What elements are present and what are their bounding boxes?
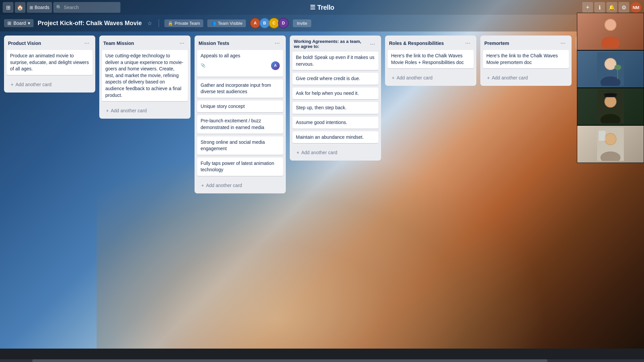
column-menu-button[interactable]: ··· xyxy=(177,39,186,47)
video-tile-4[interactable] xyxy=(577,125,644,163)
boards-icon: ⊞ xyxy=(30,5,33,10)
card-text: Ask for help when you need it. xyxy=(296,90,359,96)
svg-rect-19 xyxy=(599,131,605,141)
column-menu-button[interactable]: ··· xyxy=(368,40,377,48)
board-label: Board xyxy=(13,20,26,26)
column-title: Team Mission xyxy=(103,41,134,46)
card[interactable]: Unique story concept xyxy=(197,101,283,113)
invite-button[interactable]: Invite xyxy=(293,19,311,27)
column-header: Mission Tests ··· xyxy=(195,36,286,50)
card-text: Be bold! Speak up even if it makes us ne… xyxy=(296,55,374,67)
card-text: Give credit where credit is due. xyxy=(296,76,360,81)
card[interactable]: Use cutting-edge technology to deliver a… xyxy=(102,50,188,101)
bottom-bar xyxy=(0,349,644,362)
card[interactable]: Be bold! Speak up even if it makes us ne… xyxy=(292,52,378,70)
add-card-button[interactable]: + Add another card xyxy=(388,72,474,83)
column-header: Premortem ··· xyxy=(480,36,572,50)
private-team-button[interactable]: 🔒 Private Team xyxy=(164,19,204,27)
column-header: Product Vision ··· xyxy=(4,36,95,50)
column-menu-button[interactable]: ··· xyxy=(558,39,568,47)
add-card-label: Add another card xyxy=(111,108,147,113)
add-card-button[interactable]: + Add another card xyxy=(292,147,378,158)
svg-point-12 xyxy=(605,96,616,107)
divider xyxy=(159,19,159,27)
add-card-label: Add another card xyxy=(301,150,337,155)
info-button[interactable]: ℹ xyxy=(594,2,605,13)
add-card-label: Add another card xyxy=(396,75,432,80)
person-4 xyxy=(577,126,644,163)
notifications-button[interactable]: 🔔 xyxy=(606,2,617,13)
add-card-button[interactable]: + Add another card xyxy=(102,105,188,116)
person-3 xyxy=(577,88,644,125)
video-tile-2[interactable] xyxy=(577,50,644,88)
card[interactable]: Pre-launch excitement / buzz demonstrate… xyxy=(197,115,283,133)
card[interactable]: Give credit where credit is due. xyxy=(292,73,378,85)
card-text: Gather and incorporate input from divers… xyxy=(201,82,271,95)
card[interactable]: Maintain an abundance mindset. xyxy=(292,131,378,143)
column-cards: Use cutting-edge technology to deliver a… xyxy=(99,50,191,104)
column-title: Roles & Responsibilities xyxy=(389,41,444,46)
plus-icon: + xyxy=(487,75,490,80)
board-menu-button[interactable]: ⊞ Board ▾ xyxy=(4,19,34,27)
settings-button[interactable]: ⚙ xyxy=(619,2,629,13)
column-menu-button[interactable]: ··· xyxy=(82,39,91,47)
card[interactable]: Produce an animated movie to surprise, e… xyxy=(7,50,93,75)
person-2 xyxy=(577,51,644,87)
search-input[interactable] xyxy=(64,5,111,10)
column-title: Product Vision xyxy=(8,41,41,46)
column-header: Roles & Responsibilities ··· xyxy=(385,36,476,50)
card[interactable]: Here's the link to the Chalk Waves Movie… xyxy=(483,50,569,68)
team-visible-button[interactable]: 👥 Team Visible xyxy=(207,19,246,27)
video-tile-3[interactable] xyxy=(577,88,644,125)
column-cards: Appeals to all ages 📎 A Gather and incor… xyxy=(195,50,286,179)
scrollbar-thumb[interactable] xyxy=(32,359,547,362)
card-text: Step up, then step back. xyxy=(296,105,346,110)
svg-point-18 xyxy=(605,134,616,144)
member-avatars: A B C D xyxy=(250,18,289,28)
card-text: Unique story concept xyxy=(201,104,245,109)
search-icon: 🔍 xyxy=(56,5,62,10)
column-menu-button[interactable]: ··· xyxy=(463,39,472,47)
column-menu-button[interactable]: ··· xyxy=(273,39,282,47)
card[interactable]: Gather and incorporate input from divers… xyxy=(197,79,283,98)
plus-icon: + xyxy=(201,183,204,188)
plus-icon: + xyxy=(392,75,394,80)
card-avatar: A xyxy=(271,61,280,70)
boards-button[interactable]: ⊞ Boards xyxy=(27,2,52,13)
board-columns: Product Vision ··· Produce an animated m… xyxy=(0,32,644,362)
add-card-button[interactable]: + Add another card xyxy=(483,72,569,83)
column-working-agreements: Working Agreements: as a team, we agree … xyxy=(290,36,381,161)
column-cards: Here's the link to the Chalk Waves Movie… xyxy=(385,50,476,71)
board-header: ⊞ Board ▾ Project Kick-off: Chalk Waves … xyxy=(0,15,644,32)
scrollbar[interactable] xyxy=(0,359,644,362)
card[interactable]: Step up, then step back. xyxy=(292,102,378,114)
card[interactable]: Ask for help when you need it. xyxy=(292,87,378,100)
board-icon: ⊞ xyxy=(7,20,11,26)
team-visible-label: Team Visible xyxy=(218,21,242,26)
svg-point-2 xyxy=(605,19,616,30)
column-title: Mission Tests xyxy=(199,41,229,46)
visibility-label: Private Team xyxy=(175,21,200,26)
add-card-button[interactable]: + Add another card xyxy=(7,79,93,90)
column-mission-tests: Mission Tests ··· Appeals to all ages 📎 … xyxy=(195,36,286,193)
card[interactable]: Strong online and social media engagemen… xyxy=(197,136,283,155)
add-card-button[interactable]: + Add another card xyxy=(197,180,283,191)
card[interactable]: Here's the link to the Chalk Waves Movie… xyxy=(388,50,474,68)
svg-point-8 xyxy=(614,65,621,70)
column-cards: Be bold! Speak up even if it makes us ne… xyxy=(290,52,381,146)
member-avatar-4[interactable]: D xyxy=(278,18,289,28)
card[interactable]: Appeals to all ages 📎 A xyxy=(197,50,283,77)
card[interactable]: Fully taps power of latest animation tec… xyxy=(197,158,283,176)
svg-point-6 xyxy=(605,59,616,69)
video-tile-1[interactable] xyxy=(577,13,644,50)
add-button[interactable]: + xyxy=(582,2,593,13)
home-button[interactable]: ⊞ xyxy=(3,2,13,13)
star-button[interactable]: ☆ xyxy=(146,19,153,28)
home-icon-button[interactable]: 🏠 xyxy=(15,2,25,13)
search-bar[interactable]: 🔍 xyxy=(53,2,120,13)
card[interactable]: Assume good intentions. xyxy=(292,117,378,129)
add-card-label: Add another card xyxy=(15,82,51,87)
add-card-label: Add another card xyxy=(206,183,242,188)
user-avatar[interactable]: NM xyxy=(631,2,641,13)
column-title: Premortem xyxy=(484,41,509,46)
